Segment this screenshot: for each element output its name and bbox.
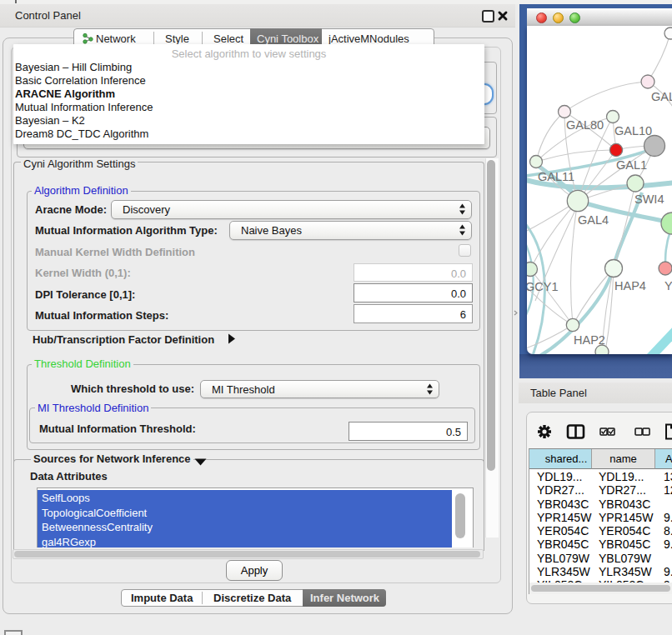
svg-text:GAL4: GAL4 (578, 213, 609, 227)
svg-text:GAL1: GAL1 (616, 158, 647, 172)
svg-text:GAL7: GAL7 (651, 90, 672, 103)
svg-text:HAP2: HAP2 (574, 333, 605, 347)
svg-text:SWI4: SWI4 (634, 192, 664, 206)
svg-text:GCY1: GCY1 (527, 280, 559, 293)
svg-text:HAP4: HAP4 (614, 279, 646, 292)
svg-text:GAL10: GAL10 (614, 124, 652, 138)
svg-text:GAL11: GAL11 (538, 170, 574, 183)
svg-text:GAL80: GAL80 (566, 118, 604, 132)
svg-text:Y: Y (664, 279, 672, 292)
